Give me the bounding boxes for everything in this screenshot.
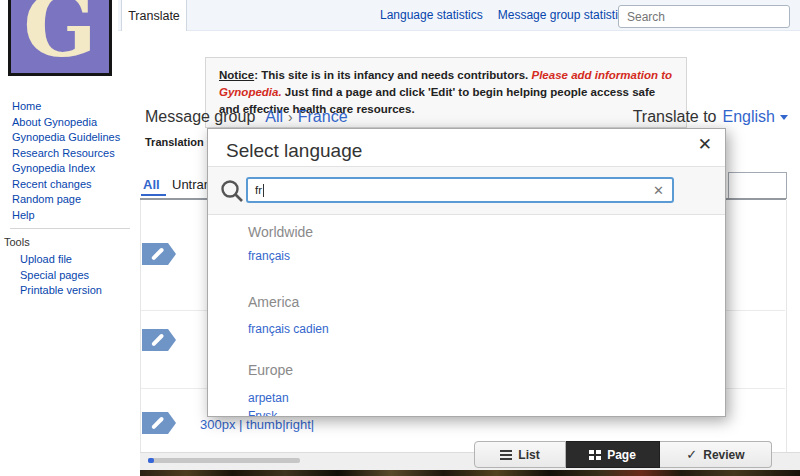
chevron-down-icon[interactable] xyxy=(780,115,788,120)
tab-translate[interactable]: Translate xyxy=(121,0,187,31)
sidebar-item-help[interactable]: Help xyxy=(12,208,134,224)
link-language-statistics[interactable]: Language statistics xyxy=(380,8,483,22)
review-view-button[interactable]: ✓ Review xyxy=(660,441,772,468)
translate-to-label: Translate to xyxy=(633,108,717,126)
magnifier-icon xyxy=(219,178,245,204)
message-filter-input[interactable] xyxy=(728,172,787,199)
notice-text-before: : This site is in its infancy and needs … xyxy=(254,69,531,81)
notice-label: Notice xyxy=(219,69,254,81)
sidebar-item-research[interactable]: Research Resources xyxy=(12,146,134,162)
select-language-modal: Select language ✕ fr ✕ Worldwide françai… xyxy=(207,128,726,417)
horizontal-scrollbar-track[interactable] xyxy=(148,458,300,463)
breadcrumb-france[interactable]: France xyxy=(298,108,348,126)
sidebar-item-about[interactable]: About Gynopedia xyxy=(12,115,134,131)
tab-all-messages[interactable]: All xyxy=(143,177,160,192)
view-mode-buttons: List Page ✓ Review xyxy=(474,441,772,468)
modal-title: Select language xyxy=(226,140,362,162)
region-heading-europe: Europe xyxy=(248,362,293,378)
language-search-row: fr ✕ xyxy=(208,166,725,215)
close-icon[interactable]: ✕ xyxy=(698,134,712,155)
page-view-label: Page xyxy=(607,448,636,462)
sidebar-item-special-pages[interactable]: Special pages xyxy=(20,268,134,284)
review-view-label: Review xyxy=(703,448,744,462)
page-view-button[interactable]: Page xyxy=(566,441,660,468)
sidebar-item-upload-file[interactable]: Upload file xyxy=(20,252,134,268)
message-group-label: Message group xyxy=(145,108,255,126)
site-search-box[interactable] xyxy=(618,5,790,28)
translate-to-language[interactable]: English xyxy=(723,108,775,126)
site-logo[interactable]: G xyxy=(8,0,112,76)
sidebar-nav: Home About Gynopedia Gynopedia Guideline… xyxy=(12,99,134,223)
region-heading-america: America xyxy=(248,294,299,310)
page-content-peek-image xyxy=(140,470,800,476)
horizontal-scrollbar-thumb[interactable] xyxy=(148,458,154,463)
sidebar-item-printable-version[interactable]: Printable version xyxy=(20,283,134,299)
list-view-button[interactable]: List xyxy=(474,441,566,468)
site-search-input[interactable] xyxy=(625,9,784,25)
tools-nav: Upload file Special pages Printable vers… xyxy=(20,252,134,299)
logo-letter: G xyxy=(23,0,96,69)
tab-all-active-underline xyxy=(141,194,166,196)
message-group-row: Message group All › France Translate to … xyxy=(145,106,788,128)
sidebar-item-index[interactable]: Gynopedia Index xyxy=(12,161,134,177)
check-icon: ✓ xyxy=(686,447,697,462)
tools-heading: Tools xyxy=(4,236,30,248)
breadcrumb-all[interactable]: All xyxy=(265,108,283,126)
language-option-francais-cadien[interactable]: français cadien xyxy=(248,322,329,336)
sidebar-divider xyxy=(10,228,130,229)
list-view-label: List xyxy=(518,448,539,462)
sidebar-item-home[interactable]: Home xyxy=(12,99,134,115)
page-grid-icon xyxy=(589,450,601,460)
translate-to-control: Translate to English xyxy=(633,108,788,126)
sidebar-item-guidelines[interactable]: Gynopedia Guidelines xyxy=(12,130,134,146)
language-search-input[interactable]: fr ✕ xyxy=(246,177,674,203)
translations-heading: Translation xyxy=(145,136,204,148)
sidebar-item-random-page[interactable]: Random page xyxy=(12,192,134,208)
list-icon xyxy=(500,450,512,460)
language-option-frysk[interactable]: Frysk xyxy=(248,409,277,417)
text-cursor xyxy=(263,184,264,197)
language-option-francais[interactable]: français xyxy=(248,249,290,263)
message-row-text[interactable]: 300px | thumb|right| xyxy=(200,417,314,432)
sidebar-item-recent-changes[interactable]: Recent changes xyxy=(12,177,134,193)
region-heading-worldwide: Worldwide xyxy=(248,224,313,240)
language-search-value: fr xyxy=(255,184,262,196)
breadcrumb-separator: › xyxy=(288,109,293,125)
language-option-arpetan[interactable]: arpetan xyxy=(248,391,289,405)
translate-special-page: G Home About Gynopedia Gynopedia Guideli… xyxy=(0,0,800,476)
link-message-group-statistics[interactable]: Message group statistics xyxy=(498,8,630,22)
clear-input-icon[interactable]: ✕ xyxy=(653,183,664,198)
